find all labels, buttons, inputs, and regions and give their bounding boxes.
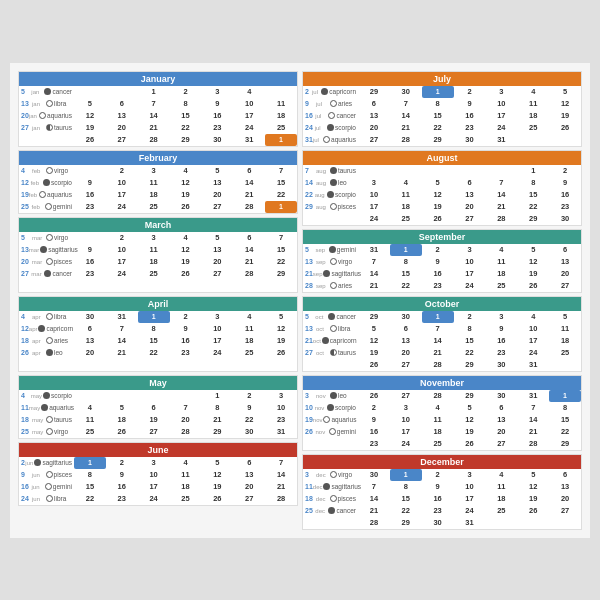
- day-cell: 13: [233, 469, 265, 481]
- day-cell: 24: [201, 347, 233, 359]
- day-cell: 27: [454, 213, 486, 225]
- month-header: June: [19, 443, 297, 457]
- day-cell: 1: [265, 134, 297, 146]
- day-cell: 13: [358, 110, 390, 122]
- zodiac-entry: 21sepsagittarius: [303, 268, 358, 280]
- zodiac-entry: 29augpisces: [303, 201, 358, 213]
- day-cell: [74, 280, 106, 292]
- day-cell: 8: [201, 402, 233, 414]
- day-cell: 31: [265, 426, 297, 438]
- day-cell: 12: [517, 481, 549, 493]
- days-grid: 123456789101118192021222325262728293031: [74, 390, 297, 438]
- day-cell: 7: [265, 165, 297, 177]
- day-cell: 10: [201, 323, 233, 335]
- day-cell: 14: [358, 268, 390, 280]
- zodiac-entry: 9jularies: [303, 98, 358, 110]
- day-cell: 14: [138, 110, 170, 122]
- zodiac-entry: 5jancancer: [19, 86, 74, 98]
- day-cell: 22: [74, 493, 106, 505]
- zodiac-entry: 7augtaurus: [303, 165, 358, 177]
- days-grid: 1234567891011121314151617181920212223242…: [358, 165, 581, 225]
- day-cell: 18: [422, 426, 454, 438]
- days-grid: 3012345678910111213141516171819202122232…: [358, 469, 581, 529]
- day-cell: 9: [74, 244, 106, 256]
- day-cell: 3: [138, 457, 170, 469]
- day-cell: 11: [138, 177, 170, 189]
- day-cell: 3: [358, 177, 390, 189]
- zodiac-column: 5marvirgo13marsagittarius20marpisces27ma…: [19, 232, 74, 280]
- day-cell: 22: [170, 122, 202, 134]
- day-cell: 10: [454, 256, 486, 268]
- day-cell: 1: [422, 86, 454, 98]
- day-cell: [201, 359, 233, 371]
- day-cell: 13: [485, 414, 517, 426]
- zodiac-entry: 13marsagittarius: [19, 244, 74, 256]
- day-cell: 19: [138, 414, 170, 426]
- day-cell: [358, 165, 390, 177]
- day-cell: 23: [485, 347, 517, 359]
- day-cell: 28: [265, 493, 297, 505]
- day-cell: 25: [549, 347, 581, 359]
- zodiac-entry: 18decpisces: [303, 493, 358, 505]
- day-cell: 24: [106, 268, 138, 280]
- day-cell: 30: [390, 311, 422, 323]
- day-cell: 18: [485, 268, 517, 280]
- day-cell: 13: [74, 335, 106, 347]
- day-cell: 21: [233, 189, 265, 201]
- day-cell: 3: [201, 86, 233, 98]
- day-cell: 28: [233, 268, 265, 280]
- day-cell: 9: [358, 414, 390, 426]
- day-cell: 16: [358, 426, 390, 438]
- day-cell: 21: [233, 256, 265, 268]
- day-cell: 27: [233, 493, 265, 505]
- zodiac-column: 5sepgemini13sepvirgo21sepsagittarius28se…: [303, 244, 358, 292]
- day-cell: 17: [106, 189, 138, 201]
- day-cell: [106, 390, 138, 402]
- day-cell: 23: [201, 122, 233, 134]
- day-cell: 30: [549, 213, 581, 225]
- day-cell: 22: [549, 426, 581, 438]
- zodiac-entry: 3novleo: [303, 390, 358, 402]
- day-cell: 7: [517, 402, 549, 414]
- day-cell: 9: [485, 323, 517, 335]
- day-cell: 20: [106, 122, 138, 134]
- day-cell: 7: [422, 323, 454, 335]
- day-cell: 14: [233, 177, 265, 189]
- day-cell: 4: [485, 244, 517, 256]
- zodiac-entry: 26aprleo: [19, 347, 74, 359]
- zodiac-entry: 2julcapricorn: [303, 86, 358, 98]
- day-cell: 1: [138, 86, 170, 98]
- zodiac-entry: 5sepgemini: [303, 244, 358, 256]
- day-cell: [454, 165, 486, 177]
- day-cell: 12: [549, 98, 581, 110]
- zodiac-entry: 14augleo: [303, 177, 358, 189]
- day-cell: 3: [138, 232, 170, 244]
- day-cell: 11: [138, 244, 170, 256]
- day-cell: 30: [390, 86, 422, 98]
- day-cell: 14: [265, 469, 297, 481]
- day-cell: 13: [549, 256, 581, 268]
- day-cell: 20: [549, 268, 581, 280]
- day-cell: 26: [517, 505, 549, 517]
- day-cell: 23: [422, 505, 454, 517]
- zodiac-entry: 27octtaurus: [303, 347, 358, 359]
- day-cell: 21: [485, 201, 517, 213]
- zodiac-column: 2junsagittarius9junpisces16jungemini24ju…: [19, 457, 74, 505]
- day-cell: 22: [233, 414, 265, 426]
- day-cell: 9: [106, 469, 138, 481]
- day-cell: 15: [138, 335, 170, 347]
- day-cell: 9: [201, 98, 233, 110]
- day-cell: 3: [485, 311, 517, 323]
- day-cell: 21: [358, 280, 390, 292]
- day-cell: 1: [422, 311, 454, 323]
- zodiac-entry: 3decvirgo: [303, 469, 358, 481]
- days-grid: 1234567891011121314151617181920212223242…: [74, 457, 297, 505]
- day-cell: [549, 134, 581, 146]
- day-cell: 25: [265, 122, 297, 134]
- day-cell: 10: [390, 414, 422, 426]
- day-cell: 31: [106, 311, 138, 323]
- month-header: October: [303, 297, 581, 311]
- day-cell: 3: [454, 469, 486, 481]
- day-cell: 20: [201, 189, 233, 201]
- day-cell: 15: [390, 268, 422, 280]
